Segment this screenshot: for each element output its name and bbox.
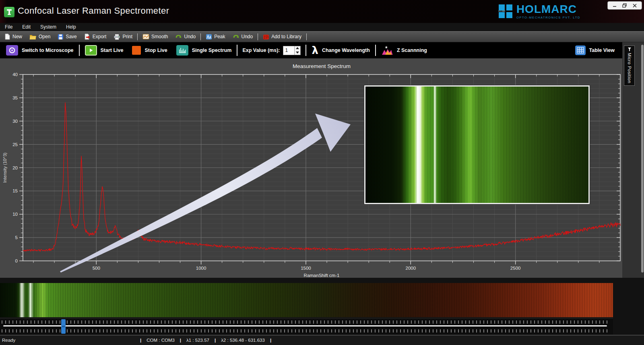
brand-tagline: OPTO-MECHATRONICS PVT. LTD [516, 16, 580, 19]
new-document-icon [4, 33, 10, 40]
svg-text:0: 0 [15, 258, 18, 263]
stop-live-button[interactable]: Stop Live [128, 42, 171, 58]
lambda-icon: λ [312, 45, 318, 56]
single-spectrum-button[interactable]: Single Spectrum [172, 42, 236, 58]
restore-button[interactable] [621, 3, 628, 8]
pin-icon [627, 48, 632, 52]
svg-text:30: 30 [12, 119, 18, 124]
toolbar-separator [200, 33, 201, 40]
window-controls [607, 1, 642, 10]
svg-text:15: 15 [12, 188, 18, 193]
microscope-camera-icon [6, 45, 18, 56]
peak-icon [206, 34, 212, 40]
status-lambda1: λ1 : 523.57 [186, 338, 209, 343]
wavelength-slider[interactable] [0, 318, 613, 335]
toolbar-separator [306, 33, 307, 40]
spin-down-button[interactable] [295, 50, 300, 55]
switch-to-microscope-button[interactable]: Switch to Microscope [2, 42, 78, 58]
z-scan-icon [381, 45, 393, 56]
exp-value-input[interactable] [283, 46, 294, 55]
svg-text:RamanShift cm-1: RamanShift cm-1 [304, 273, 340, 278]
micro-position-tab[interactable]: Micro Position [624, 45, 635, 86]
slider-track[interactable] [3, 325, 607, 326]
bottom-panel: Ready | COM : COM3 | λ1 : 523.57 | λ2 : … [0, 278, 644, 345]
menu-bar: File Edit System Help [0, 23, 644, 31]
micro-position-label: Micro Position [627, 53, 632, 83]
svg-text:2000: 2000 [406, 266, 416, 271]
file-toolbar: New Open Save Export [0, 31, 644, 42]
status-com-port: COM : COM3 [147, 338, 175, 343]
change-wavelength-button[interactable]: λ Change Wavelength [307, 42, 374, 58]
svg-text:Measurement Spectrum: Measurement Spectrum [293, 63, 351, 69]
svg-text:1000: 1000 [196, 266, 206, 271]
chart-panel: 50010001500200025000510152025303540Measu… [0, 58, 622, 278]
acquisition-toolbar: Switch to Microscope Start Live Stop Liv… [0, 42, 622, 58]
close-button[interactable] [632, 3, 638, 8]
slider-ticks-bottom [2, 329, 609, 333]
table-view-button[interactable]: Table View [571, 42, 619, 58]
z-scanning-button[interactable]: Z Scannning [377, 42, 431, 58]
smooth-chart-icon [142, 34, 149, 39]
export-button[interactable]: Export [80, 31, 110, 42]
undo-arrow-icon [233, 34, 239, 39]
svg-text:5: 5 [15, 235, 18, 240]
spin-up-button[interactable] [295, 46, 300, 51]
spectral-bands-inset-image [364, 85, 590, 204]
svg-text:2500: 2500 [510, 266, 521, 271]
status-lambda2: λ2 : 536.48 - 631.633 [221, 338, 265, 343]
add-to-library-button[interactable]: Add to Library [259, 31, 305, 42]
export-icon [84, 33, 91, 40]
undo-arrow-icon [175, 34, 182, 39]
exp-value-label: Exp Value (ms): [242, 48, 280, 53]
spectrum-bars-icon [176, 45, 188, 56]
ibeam-glyph [6, 9, 12, 15]
open-button[interactable]: Open [26, 31, 54, 42]
toolbar-separator [258, 33, 258, 40]
smooth-button[interactable]: Smooth [139, 31, 171, 42]
open-folder-icon [29, 34, 37, 40]
peak-button[interactable]: Peak [202, 31, 229, 42]
start-live-button[interactable]: Start Live [80, 42, 128, 58]
live-spectrum-strip-image [0, 283, 613, 317]
holmarc-logo-icon: HOLMARC [499, 4, 512, 18]
logo-mini-text: HOLMARC [498, 10, 505, 12]
vertical-scrollbar[interactable] [641, 45, 644, 273]
table-grid-icon [575, 45, 586, 55]
undo-peak-button[interactable]: Undo [229, 31, 257, 42]
toolbar-separator [137, 33, 138, 40]
svg-text:40: 40 [12, 72, 18, 77]
toolbar-separator [237, 45, 237, 56]
svg-text:25: 25 [12, 142, 18, 147]
exp-value-spinner [283, 46, 301, 55]
svg-text:500: 500 [93, 266, 100, 271]
menu-file[interactable]: File [0, 23, 17, 31]
save-floppy-icon [58, 34, 64, 40]
toolbar-separator [375, 45, 376, 56]
minimize-button[interactable] [611, 3, 618, 8]
toolbar-separator [305, 45, 306, 56]
save-button[interactable]: Save [54, 31, 80, 42]
right-side-panel: Micro Position [622, 42, 644, 278]
new-button[interactable]: New [1, 31, 26, 42]
svg-text:20: 20 [12, 165, 18, 170]
app-window: Confocal Laser Raman Spectrometer HOLMAR… [0, 0, 644, 345]
slider-ticks-top [2, 320, 609, 324]
status-ready: Ready [2, 338, 15, 343]
play-icon [85, 45, 97, 56]
menu-system[interactable]: System [35, 23, 61, 31]
print-button[interactable]: Print [110, 31, 136, 42]
window-title: Confocal Laser Raman Spectrometer [18, 6, 169, 16]
toolbar-separator [79, 45, 80, 56]
svg-text:35: 35 [12, 95, 18, 100]
title-bar: Confocal Laser Raman Spectrometer HOLMAR… [0, 0, 644, 23]
undo-smooth-button[interactable]: Undo [171, 31, 199, 42]
app-logo-icon [4, 7, 14, 17]
menu-edit[interactable]: Edit [17, 23, 35, 31]
add-to-library-icon [263, 34, 269, 40]
slider-thumb[interactable] [61, 319, 66, 334]
menu-help[interactable]: Help [61, 23, 81, 31]
svg-text:1500: 1500 [301, 266, 311, 271]
print-icon [114, 34, 120, 40]
brand-block: HOLMARC HOLMARC OPTO-MECHATRONICS PVT. L… [499, 4, 580, 19]
stop-icon [132, 46, 141, 55]
